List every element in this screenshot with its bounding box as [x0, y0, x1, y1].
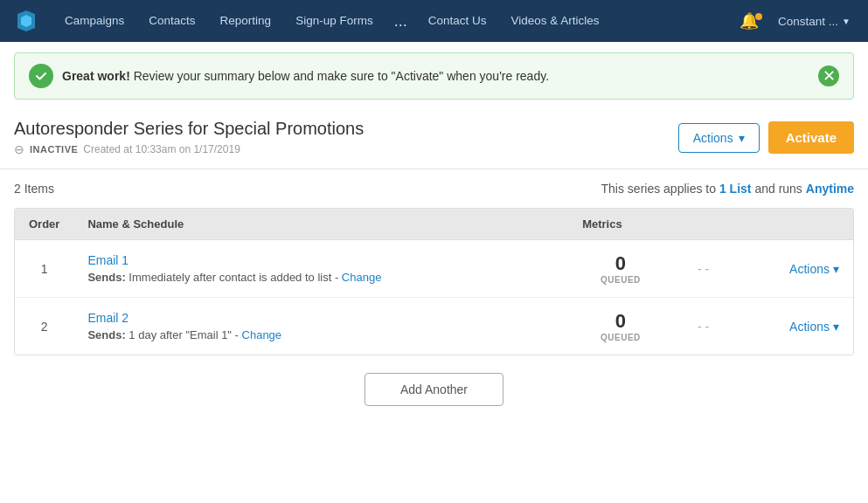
row-actions-cell-2: Actions ▾ [733, 298, 853, 355]
change-link-2[interactable]: Change [242, 328, 282, 341]
notification-badge [755, 13, 762, 20]
created-date: Created at 10:33am on 1/17/2019 [83, 143, 240, 155]
success-icon [29, 64, 53, 88]
col-metrics: Metrics [568, 209, 673, 240]
nav-more[interactable]: ... [385, 0, 416, 42]
status-icon: ⊖ [14, 142, 24, 156]
table-row: 2 Email 2 Sends: 1 day after "Email 1" -… [15, 298, 853, 355]
row-metrics-1: 0 QUEUED [568, 240, 673, 298]
notifications-bell[interactable]: 🔔 [733, 11, 766, 31]
sends-text-1: Sends: Immediately after contact is adde… [87, 271, 381, 284]
row-actions-button-2[interactable]: Actions ▾ [789, 320, 839, 334]
col-name-schedule: Name & Schedule [73, 209, 568, 240]
row-actions-label-2: Actions [789, 320, 830, 334]
col-row-actions-spacer [733, 209, 853, 240]
metric-label-2: QUEUED [582, 333, 659, 342]
items-count: 2 Items [14, 182, 54, 196]
add-another-section: Add Another [0, 373, 868, 406]
change-link-1[interactable]: Change [342, 271, 382, 284]
banner-text: Great work! Review your summary below an… [62, 69, 809, 83]
col-order: Order [15, 209, 73, 240]
metric-number-1: 0 [582, 252, 659, 275]
email-link-1[interactable]: Email 1 [87, 253, 554, 267]
nav-campaigns[interactable]: Campaigns [52, 0, 136, 42]
add-another-button[interactable]: Add Another [365, 373, 503, 406]
status-badge: INACTIVE [30, 144, 78, 155]
metric-label-1: QUEUED [582, 275, 659, 285]
banner-close-button[interactable]: ✕ [818, 65, 839, 86]
row-order-1: 1 [15, 240, 73, 298]
header-actions-caret: ▾ [739, 131, 745, 145]
row-actions-label-1: Actions [789, 262, 830, 276]
header-actions-label: Actions [693, 131, 733, 145]
nav-contact-us[interactable]: Contact Us [416, 0, 499, 42]
activate-button[interactable]: Activate [768, 121, 854, 154]
row-order-2: 2 [15, 298, 73, 355]
nav-right: 🔔 Constant ... ▼ [733, 11, 858, 31]
banner-rest: Review your summary below and make sure … [130, 69, 549, 83]
row-name-schedule-2: Email 2 Sends: 1 day after "Email 1" - C… [73, 298, 568, 355]
page-header-right: Actions ▾ Activate [678, 121, 854, 154]
page-status: ⊖ INACTIVE Created at 10:33am on 1/17/20… [14, 142, 678, 156]
account-menu[interactable]: Constant ... ▼ [771, 15, 858, 28]
row-actions-button-1[interactable]: Actions ▾ [789, 262, 839, 276]
account-caret: ▼ [842, 17, 851, 26]
metric-number-2: 0 [582, 310, 659, 333]
row-dash-2: - - [673, 298, 734, 355]
nav-contacts[interactable]: Contacts [136, 0, 207, 42]
banner-bold: Great work! [62, 69, 130, 83]
row-name-schedule-1: Email 1 Sends: Immediately after contact… [73, 240, 568, 298]
col-actions-spacer [673, 209, 734, 240]
account-label: Constant ... [778, 15, 838, 28]
logo[interactable] [10, 5, 42, 37]
runs-text: and runs [752, 182, 806, 196]
row-dash-1: - - [673, 240, 734, 298]
list-link[interactable]: 1 List [719, 182, 752, 196]
top-navigation: Campaigns Contacts Reporting Sign-up For… [0, 0, 868, 42]
nav-signup-forms[interactable]: Sign-up Forms [283, 0, 385, 42]
page-title: Autoresponder Series for Special Promoti… [14, 119, 678, 139]
stats-row: 2 Items This series applies to 1 List an… [0, 169, 868, 208]
table-header-row: Order Name & Schedule Metrics [15, 209, 853, 240]
success-banner: Great work! Review your summary below an… [14, 52, 854, 100]
page-header: Autoresponder Series for Special Promoti… [0, 110, 868, 169]
series-stats: This series applies to 1 List and runs A… [601, 182, 854, 196]
nav-links: Campaigns Contacts Reporting Sign-up For… [52, 0, 733, 42]
anytime-link[interactable]: Anytime [806, 182, 854, 196]
table-row: 1 Email 1 Sends: Immediately after conta… [15, 240, 853, 298]
series-applies-text: This series applies to [601, 182, 719, 196]
row-metrics-2: 0 QUEUED [568, 298, 673, 355]
row-actions-caret-2: ▾ [833, 320, 839, 334]
nav-reporting[interactable]: Reporting [208, 0, 284, 42]
page-header-left: Autoresponder Series for Special Promoti… [14, 119, 678, 156]
email-link-2[interactable]: Email 2 [87, 311, 554, 325]
header-actions-button[interactable]: Actions ▾ [678, 123, 760, 153]
row-actions-caret-1: ▾ [833, 262, 839, 276]
nav-videos-articles[interactable]: Videos & Articles [498, 0, 611, 42]
sends-text-2: Sends: 1 day after "Email 1" - Change [87, 328, 281, 341]
row-actions-cell-1: Actions ▾ [733, 240, 853, 298]
emails-table: Order Name & Schedule Metrics 1 Email 1 … [14, 208, 854, 355]
